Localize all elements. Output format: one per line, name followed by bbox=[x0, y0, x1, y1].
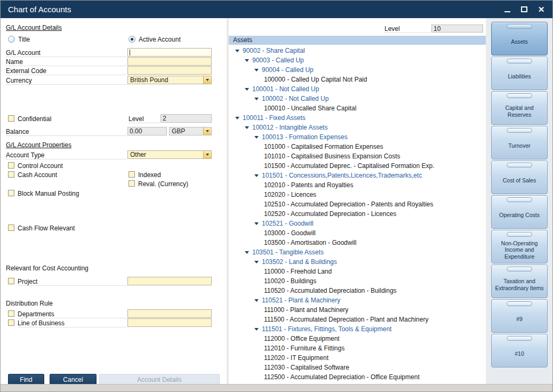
section-header-account-details: G/L Account Details bbox=[6, 24, 62, 32]
account-drawer-button[interactable]: Cost of Sales bbox=[491, 161, 548, 194]
cash-account-label: Cash Account bbox=[18, 171, 57, 179]
balance-input[interactable] bbox=[127, 127, 167, 135]
line-of-business-checkbox[interactable] bbox=[8, 319, 14, 326]
tree-item[interactable]: 100013 - Formation Expenses bbox=[229, 132, 486, 142]
account-drawer-button[interactable]: Operating Costs bbox=[491, 195, 548, 229]
tree-item[interactable]: 100012 - Intangible Assets bbox=[229, 123, 486, 132]
reval-currency-checkbox[interactable] bbox=[129, 180, 135, 187]
tree-item[interactable]: 110020 - Buildings bbox=[229, 276, 486, 286]
tree-item[interactable]: 111000 - Plant and Machinery bbox=[229, 305, 486, 315]
expand-arrow-icon[interactable] bbox=[245, 126, 249, 129]
tree-item[interactable]: 110520 - Accumulated Depreciation - Buil… bbox=[229, 286, 486, 295]
expand-arrow-icon[interactable] bbox=[254, 136, 259, 139]
cash-flow-relevant-checkbox[interactable] bbox=[8, 225, 14, 231]
tree-item[interactable]: 102020 - Licences bbox=[229, 190, 486, 199]
expand-arrow-icon[interactable] bbox=[245, 88, 249, 91]
tree-level-input[interactable] bbox=[431, 25, 483, 33]
expand-arrow-icon[interactable] bbox=[245, 59, 249, 62]
tree-item[interactable]: 102520 - Accumulated Depreciation - Lice… bbox=[229, 209, 486, 219]
title-radio[interactable] bbox=[8, 36, 15, 43]
tree-item[interactable]: 112000 - Office Equipment bbox=[229, 334, 486, 343]
tree-item[interactable]: 100001 - Not Called Up bbox=[229, 84, 486, 94]
account-drawer-button[interactable]: Capital and Reserves bbox=[491, 91, 548, 125]
minimize-icon bbox=[504, 11, 510, 12]
balance-currency-select[interactable]: GBP bbox=[169, 127, 212, 135]
expand-arrow-icon[interactable] bbox=[235, 117, 239, 119]
departments-input[interactable] bbox=[127, 309, 212, 318]
tree-item[interactable]: 101010 - Capitalised Business Expansion … bbox=[229, 151, 486, 161]
tree-item[interactable]: 103500 - Amortisation - Goodwill bbox=[229, 238, 486, 247]
tree-item[interactable]: 112030 - Capitalised Software bbox=[229, 363, 486, 372]
confidential-checkbox[interactable] bbox=[8, 115, 14, 122]
tree-item[interactable]: 110521 - Plant & Machinery bbox=[229, 295, 486, 305]
gl-account-input[interactable] bbox=[127, 48, 212, 57]
account-drawer-button[interactable]: Non-Operating Income and Expenditure bbox=[491, 230, 548, 263]
tree-item[interactable]: 103502 - Land & Buildings bbox=[229, 257, 486, 267]
tree-item[interactable]: 100011 - Fixed Assets bbox=[229, 113, 486, 123]
control-account-checkbox[interactable] bbox=[8, 162, 14, 169]
close-button[interactable]: ✕ bbox=[535, 4, 547, 15]
maximize-button[interactable] bbox=[518, 4, 530, 15]
tree-item[interactable]: 101500 - Accumulated Deprec. - Capitalis… bbox=[229, 161, 486, 171]
tree-item[interactable]: 90004 - Called Up bbox=[229, 65, 486, 75]
departments-checkbox[interactable] bbox=[8, 310, 14, 317]
level-input[interactable] bbox=[161, 114, 212, 123]
cash-account-checkbox[interactable] bbox=[8, 171, 14, 178]
account-type-select[interactable]: Other bbox=[127, 150, 212, 159]
active-account-radio[interactable] bbox=[129, 36, 135, 43]
minimize-button[interactable] bbox=[501, 4, 513, 15]
line-of-business-input[interactable] bbox=[127, 318, 212, 327]
tree-level-label: Level bbox=[384, 25, 430, 33]
expand-arrow-icon[interactable] bbox=[235, 50, 239, 52]
tree-item[interactable]: 112010 - Furniture & Fittings bbox=[229, 343, 486, 353]
expand-arrow-icon[interactable] bbox=[245, 251, 249, 254]
tree-item[interactable]: 90002 - Share Capital bbox=[229, 46, 486, 55]
tree-item-label: 90004 - Called Up bbox=[262, 65, 314, 75]
expand-arrow-icon[interactable] bbox=[254, 222, 259, 225]
expand-arrow-icon[interactable] bbox=[254, 174, 259, 177]
chart-of-accounts-window: Chart of Accounts ✕ G/L Account Details … bbox=[0, 0, 553, 392]
tree-item[interactable]: 102510 - Accumulated Depreciation - Pate… bbox=[229, 199, 486, 209]
project-input[interactable] bbox=[127, 277, 212, 285]
account-drawer-button[interactable]: Liabilities bbox=[491, 57, 548, 90]
currency-select[interactable]: British Pound bbox=[127, 76, 212, 84]
account-drawer-button[interactable]: Turnover bbox=[491, 126, 548, 159]
tree-header-assets[interactable]: Assets bbox=[229, 36, 486, 45]
tree-item[interactable]: 101000 - Capitalised Formation Expenses bbox=[229, 142, 486, 151]
expand-arrow-icon[interactable] bbox=[254, 299, 259, 302]
expand-arrow-icon[interactable] bbox=[254, 261, 259, 263]
account-drawer-button[interactable]: Assets bbox=[491, 22, 548, 55]
tree-item-label: 102510 - Accumulated Depreciation - Pate… bbox=[264, 199, 434, 209]
tree-item[interactable]: 111500 - Accumulated Depreciation - Plan… bbox=[229, 315, 486, 324]
tree-item[interactable]: 100002 - Not Called Up bbox=[229, 94, 486, 103]
tree-item[interactable]: 103501 - Tangible Assets bbox=[229, 247, 486, 257]
name-label: Name bbox=[6, 58, 127, 66]
project-checkbox[interactable] bbox=[8, 278, 14, 284]
tree-item[interactable]: 112500 - Accumulated Depreciation - Offi… bbox=[229, 372, 486, 382]
account-drawer-button[interactable]: #10 bbox=[491, 334, 548, 367]
tree-item[interactable]: 100010 - Uncalled Share Capital bbox=[229, 103, 486, 113]
tree-item-label: 112000 - Office Equipment bbox=[264, 334, 340, 343]
tree-item[interactable]: 102010 - Patents and Royalties bbox=[229, 180, 486, 190]
tree-item[interactable]: 112020 - IT Equipment bbox=[229, 353, 486, 363]
expand-arrow-icon[interactable] bbox=[254, 69, 259, 71]
expand-arrow-icon[interactable] bbox=[254, 98, 259, 100]
drawer-panel: Assets Liabilities Capital and Reserves … bbox=[491, 22, 548, 369]
tree-item[interactable]: 101501 - Concessions,Patents,Licences,Tr… bbox=[229, 171, 486, 180]
tree-item[interactable]: 90003 - Called Up bbox=[229, 55, 486, 65]
account-drawer-button[interactable]: Taxation and Extraordinary Items bbox=[491, 265, 548, 298]
tree-item[interactable]: 111501 - Fixtures, Fittings, Tools & Equ… bbox=[229, 324, 486, 334]
tree-item[interactable]: 100000 - Called Up Capital Not Paid bbox=[229, 75, 486, 84]
tree-item[interactable]: 102521 - Goodwill bbox=[229, 219, 486, 228]
tree-item-label: 102010 - Patents and Royalties bbox=[264, 180, 353, 190]
expand-arrow-icon[interactable] bbox=[254, 328, 259, 331]
level-label: Level bbox=[129, 115, 159, 123]
name-input[interactable] bbox=[127, 57, 212, 66]
tree-item[interactable]: 103000 - Goodwill bbox=[229, 228, 486, 238]
indexed-checkbox[interactable] bbox=[129, 171, 135, 178]
block-manual-posting-checkbox[interactable] bbox=[8, 190, 14, 196]
account-drawer-button[interactable]: #9 bbox=[491, 299, 548, 333]
tree-item[interactable]: 110000 - Freehold Land bbox=[229, 267, 486, 276]
tree-item-label: 101501 - Concessions,Patents,Licences,Tr… bbox=[262, 171, 422, 180]
external-code-input[interactable] bbox=[127, 66, 212, 75]
